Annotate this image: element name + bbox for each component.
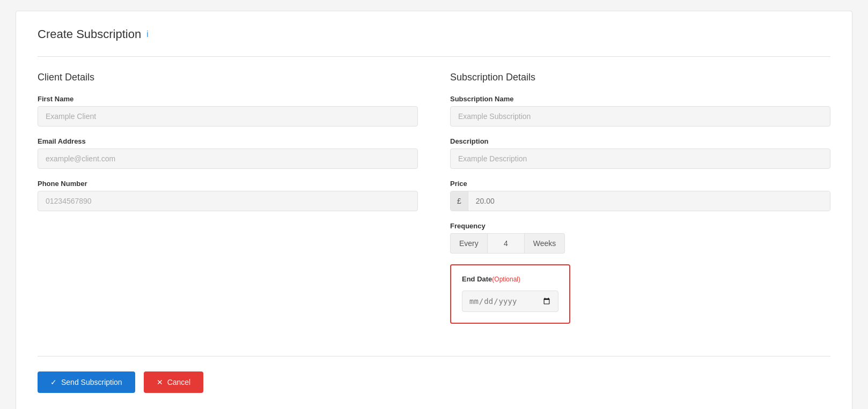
form-columns: Client Details First Name Email Address … bbox=[38, 72, 830, 334]
send-button-label: Send Subscription bbox=[61, 378, 122, 386]
description-label: Description bbox=[450, 137, 830, 145]
subscription-name-group: Subscription Name bbox=[450, 95, 830, 127]
end-date-group: End Date(Optional) bbox=[450, 264, 830, 324]
subscription-details-section: Subscription Details Subscription Name D… bbox=[450, 72, 830, 334]
cancel-button-label: Cancel bbox=[167, 378, 191, 386]
page-title-row: Create Subscription i bbox=[38, 27, 830, 41]
send-subscription-button[interactable]: ✓ Send Subscription bbox=[38, 371, 135, 393]
client-details-section: Client Details First Name Email Address … bbox=[38, 72, 418, 334]
price-prefix: £ bbox=[451, 191, 468, 211]
first-name-input[interactable] bbox=[38, 106, 418, 127]
price-input[interactable] bbox=[468, 191, 830, 211]
frequency-group: Frequency Every Weeks bbox=[450, 222, 830, 254]
end-date-label-text: End Date bbox=[462, 275, 492, 283]
frequency-number-input[interactable] bbox=[487, 233, 525, 254]
frequency-wrapper: Every Weeks bbox=[450, 233, 830, 254]
email-input[interactable] bbox=[38, 148, 418, 169]
end-date-container: End Date(Optional) bbox=[450, 264, 570, 324]
cancel-x-icon: ✕ bbox=[157, 378, 163, 386]
every-label: Every bbox=[450, 233, 487, 254]
actions-row: ✓ Send Subscription ✕ Cancel bbox=[38, 371, 830, 393]
end-date-input[interactable] bbox=[462, 291, 558, 312]
client-details-title: Client Details bbox=[38, 72, 418, 83]
email-group: Email Address bbox=[38, 137, 418, 169]
price-group: Price £ bbox=[450, 180, 830, 211]
description-input[interactable] bbox=[450, 148, 830, 169]
cancel-button[interactable]: ✕ Cancel bbox=[144, 371, 204, 393]
bottom-divider bbox=[38, 356, 830, 356]
page-title: Create Subscription bbox=[38, 27, 141, 41]
end-date-label-row: End Date(Optional) bbox=[462, 275, 558, 283]
price-label: Price bbox=[450, 180, 830, 188]
frequency-unit: Weeks bbox=[525, 233, 565, 254]
email-label: Email Address bbox=[38, 137, 418, 145]
end-date-optional: (Optional) bbox=[492, 276, 520, 283]
description-group: Description bbox=[450, 137, 830, 169]
phone-input[interactable] bbox=[38, 191, 418, 211]
subscription-details-title: Subscription Details bbox=[450, 72, 830, 83]
first-name-group: First Name bbox=[38, 95, 418, 127]
phone-group: Phone Number bbox=[38, 180, 418, 211]
phone-label: Phone Number bbox=[38, 180, 418, 188]
first-name-label: First Name bbox=[38, 95, 418, 103]
send-check-icon: ✓ bbox=[50, 378, 57, 386]
frequency-label: Frequency bbox=[450, 222, 830, 230]
top-divider bbox=[38, 56, 830, 57]
subscription-name-label: Subscription Name bbox=[450, 95, 830, 103]
price-wrapper: £ bbox=[450, 191, 830, 211]
info-icon[interactable]: i bbox=[146, 29, 149, 39]
page-wrapper: Create Subscription i Client Details Fir… bbox=[16, 11, 852, 409]
subscription-name-input[interactable] bbox=[450, 106, 830, 127]
